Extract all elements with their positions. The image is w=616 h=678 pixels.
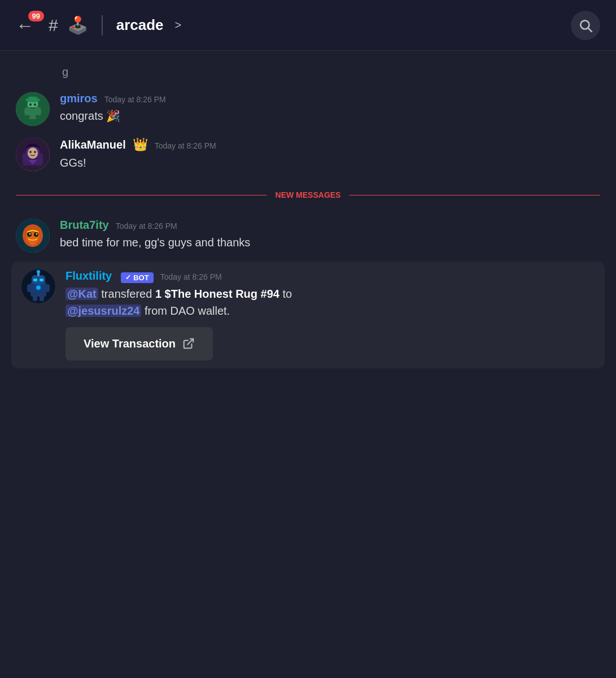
username-alikamanuel: AlikaManuel <box>60 138 126 151</box>
svg-point-29 <box>37 270 40 273</box>
avatar <box>16 92 50 126</box>
list-item: Bruta7ity Today at 8:26 PM bed time for … <box>0 213 616 258</box>
header-divider <box>102 15 103 36</box>
divider-line-left <box>16 195 267 195</box>
svg-rect-36 <box>33 295 37 301</box>
message-header: gmiros Today at 8:26 PM <box>60 92 600 105</box>
avatar-alika-image <box>16 137 50 171</box>
svg-point-11 <box>29 103 32 106</box>
divider-line-right <box>349 195 600 195</box>
svg-rect-31 <box>40 279 43 281</box>
list-item: gmiros Today at 8:26 PM congrats 🎉 <box>0 86 616 132</box>
message-text: congrats 🎉 <box>60 107 600 124</box>
view-transaction-label: View Transaction <box>84 337 176 350</box>
view-transaction-button[interactable]: View Transaction <box>65 327 213 360</box>
username-bruta7ity: Bruta7ity <box>60 219 109 232</box>
avatar-bruta7ity-image <box>16 219 50 253</box>
bot-message-content: Fluxtility ✓ BOT Today at 8:26 PM @Kat t… <box>65 270 595 319</box>
svg-rect-37 <box>40 295 44 301</box>
search-button[interactable] <box>571 11 600 40</box>
svg-rect-10 <box>28 97 37 102</box>
message-content: AlikaManuel 👑 Today at 8:26 PM GGs! <box>60 137 600 171</box>
transfer-amount: 1 $The Honest Rug #94 <box>155 288 279 300</box>
svg-rect-35 <box>45 284 50 292</box>
username-fluxtility: Fluxtility <box>65 270 112 282</box>
svg-point-24 <box>36 233 38 235</box>
avatar <box>21 270 55 303</box>
avatar <box>16 137 50 171</box>
channel-emoji-icon: 🕹️ <box>67 15 88 35</box>
header-left: ← 99 # 🕹️ arcade > <box>16 15 181 36</box>
bot-label: BOT <box>133 273 148 282</box>
timestamp: Today at 8:26 PM <box>116 221 177 231</box>
username-gmiros: gmiros <box>60 92 98 105</box>
messages-area: g gmiros Today <box>0 51 616 394</box>
svg-line-1 <box>588 28 592 31</box>
channel-header: ← 99 # 🕹️ arcade > <box>0 0 616 51</box>
svg-rect-34 <box>27 284 32 292</box>
avatar-gmiros-image <box>16 92 50 126</box>
bot-check-icon: ✓ <box>125 273 131 281</box>
bot-message-inner: Fluxtility ✓ BOT Today at 8:26 PM @Kat t… <box>21 270 595 319</box>
message-header: Bruta7ity Today at 8:26 PM <box>60 219 600 232</box>
svg-line-38 <box>187 339 193 345</box>
svg-point-23 <box>29 233 31 235</box>
message-text: GGs! <box>60 154 600 171</box>
timestamp: Today at 8:26 PM <box>104 95 166 104</box>
new-messages-divider: NEW MESSAGES <box>0 181 616 208</box>
timestamp: Today at 8:26 PM <box>155 141 216 150</box>
svg-rect-30 <box>33 279 37 281</box>
svg-point-17 <box>29 151 32 153</box>
partial-message: g <box>0 62 616 82</box>
svg-point-33 <box>37 286 40 289</box>
message-header: AlikaManuel 👑 Today at 8:26 PM <box>60 137 600 152</box>
avatar <box>16 219 50 253</box>
bot-badge: ✓ BOT <box>121 272 153 283</box>
svg-point-16 <box>28 147 38 159</box>
list-item: AlikaManuel 👑 Today at 8:26 PM GGs! <box>0 132 616 177</box>
channel-name: arcade <box>116 16 164 34</box>
channel-chevron-icon[interactable]: > <box>175 19 182 32</box>
bot-message-text: @Kat transfered 1 $The Honest Rug #94 to… <box>65 285 595 319</box>
svg-point-18 <box>34 151 36 153</box>
message-content: gmiros Today at 8:26 PM congrats 🎉 <box>60 92 600 124</box>
mention-from: @Kat <box>65 288 98 300</box>
crown-icon: 👑 <box>133 137 148 152</box>
message-text: bed time for me, gg's guys and thanks <box>60 234 600 251</box>
mention-to: @jesusrulz24 <box>65 305 141 317</box>
hash-icon: # <box>49 16 58 35</box>
avatar-fluxtility-image <box>21 270 55 303</box>
new-messages-label: NEW MESSAGES <box>276 190 341 199</box>
search-icon <box>578 18 593 33</box>
svg-point-12 <box>34 103 36 106</box>
back-button[interactable]: ← 99 <box>16 16 34 34</box>
notification-badge: 99 <box>28 11 44 21</box>
external-link-icon <box>182 337 195 350</box>
message-header: Fluxtility ✓ BOT Today at 8:26 PM <box>65 270 595 283</box>
message-content: Bruta7ity Today at 8:26 PM bed time for … <box>60 219 600 251</box>
timestamp: Today at 8:26 PM <box>160 272 222 281</box>
bot-message-container: Fluxtility ✓ BOT Today at 8:26 PM @Kat t… <box>11 262 605 368</box>
